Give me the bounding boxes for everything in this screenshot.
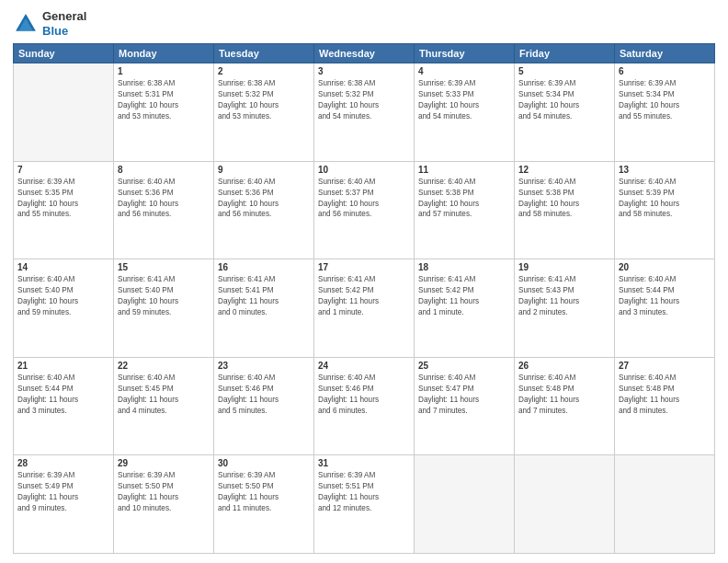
day-header-sunday: Sunday — [14, 44, 114, 63]
cell-date: 20 — [619, 262, 711, 272]
cell-info: Sunrise: 6:41 AM Sunset: 5:41 PM Dayligh… — [218, 274, 310, 318]
week-row-5: 28Sunrise: 6:39 AM Sunset: 5:49 PM Dayli… — [14, 455, 715, 554]
day-header-tuesday: Tuesday — [214, 44, 314, 63]
calendar-cell: 13Sunrise: 6:40 AM Sunset: 5:39 PM Dayli… — [615, 161, 715, 259]
cell-info: Sunrise: 6:40 AM Sunset: 5:44 PM Dayligh… — [619, 274, 711, 318]
header-row: SundayMondayTuesdayWednesdayThursdayFrid… — [14, 44, 715, 63]
cell-date: 17 — [318, 262, 410, 272]
logo-line2: Blue — [42, 24, 86, 39]
calendar-cell — [14, 63, 114, 162]
logo-text: General Blue — [42, 9, 86, 38]
cell-info: Sunrise: 6:39 AM Sunset: 5:34 PM Dayligh… — [518, 78, 610, 122]
cell-info: Sunrise: 6:39 AM Sunset: 5:33 PM Dayligh… — [418, 78, 510, 122]
week-row-3: 14Sunrise: 6:40 AM Sunset: 5:40 PM Dayli… — [14, 259, 715, 358]
cell-date: 21 — [17, 361, 109, 371]
cell-info: Sunrise: 6:40 AM Sunset: 5:36 PM Dayligh… — [218, 177, 310, 221]
cell-info: Sunrise: 6:39 AM Sunset: 5:51 PM Dayligh… — [318, 470, 410, 514]
cell-info: Sunrise: 6:39 AM Sunset: 5:49 PM Dayligh… — [17, 470, 109, 514]
week-row-4: 21Sunrise: 6:40 AM Sunset: 5:44 PM Dayli… — [14, 357, 715, 455]
cell-date: 9 — [218, 165, 310, 175]
cell-info: Sunrise: 6:40 AM Sunset: 5:47 PM Dayligh… — [418, 373, 510, 417]
cell-date: 4 — [418, 66, 510, 76]
cell-date: 15 — [118, 262, 210, 272]
cell-date: 16 — [218, 262, 310, 272]
calendar-cell: 20Sunrise: 6:40 AM Sunset: 5:44 PM Dayli… — [615, 259, 715, 358]
calendar-cell — [615, 455, 715, 554]
cell-date: 27 — [619, 361, 711, 371]
logo-icon — [13, 11, 39, 37]
calendar-cell — [515, 455, 615, 554]
logo: General Blue — [13, 9, 86, 38]
cell-info: Sunrise: 6:40 AM Sunset: 5:48 PM Dayligh… — [619, 373, 711, 417]
calendar-cell: 5Sunrise: 6:39 AM Sunset: 5:34 PM Daylig… — [515, 63, 615, 162]
cell-date: 22 — [118, 361, 210, 371]
cell-info: Sunrise: 6:40 AM Sunset: 5:40 PM Dayligh… — [17, 274, 109, 318]
day-header-thursday: Thursday — [415, 44, 515, 63]
header: General Blue — [13, 9, 715, 38]
cell-info: Sunrise: 6:40 AM Sunset: 5:46 PM Dayligh… — [318, 373, 410, 417]
cell-info: Sunrise: 6:41 AM Sunset: 5:42 PM Dayligh… — [318, 274, 410, 318]
cell-date: 19 — [518, 262, 610, 272]
calendar-cell: 31Sunrise: 6:39 AM Sunset: 5:51 PM Dayli… — [314, 455, 415, 554]
cell-info: Sunrise: 6:39 AM Sunset: 5:50 PM Dayligh… — [118, 470, 210, 514]
calendar-cell: 28Sunrise: 6:39 AM Sunset: 5:49 PM Dayli… — [14, 455, 114, 554]
calendar: SundayMondayTuesdayWednesdayThursdayFrid… — [13, 43, 715, 554]
cell-date: 29 — [118, 458, 210, 468]
cell-date: 12 — [518, 165, 610, 175]
cell-info: Sunrise: 6:40 AM Sunset: 5:46 PM Dayligh… — [218, 373, 310, 417]
cell-date: 5 — [518, 66, 610, 76]
cell-date: 6 — [619, 66, 711, 76]
calendar-cell: 19Sunrise: 6:41 AM Sunset: 5:43 PM Dayli… — [515, 259, 615, 358]
calendar-cell: 17Sunrise: 6:41 AM Sunset: 5:42 PM Dayli… — [314, 259, 415, 358]
page: General Blue SundayMondayTuesdayWednesda… — [0, 0, 728, 563]
logo-line1: General — [42, 9, 86, 24]
calendar-cell: 15Sunrise: 6:41 AM Sunset: 5:40 PM Dayli… — [114, 259, 214, 358]
cell-info: Sunrise: 6:40 AM Sunset: 5:38 PM Dayligh… — [418, 177, 510, 221]
calendar-cell: 21Sunrise: 6:40 AM Sunset: 5:44 PM Dayli… — [14, 357, 114, 455]
cell-date: 31 — [318, 458, 410, 468]
day-header-monday: Monday — [114, 44, 214, 63]
cell-date: 7 — [17, 165, 109, 175]
calendar-table: SundayMondayTuesdayWednesdayThursdayFrid… — [13, 43, 715, 554]
cell-info: Sunrise: 6:40 AM Sunset: 5:37 PM Dayligh… — [318, 177, 410, 221]
calendar-cell: 1Sunrise: 6:38 AM Sunset: 5:31 PM Daylig… — [114, 63, 214, 162]
cell-date: 30 — [218, 458, 310, 468]
calendar-cell: 2Sunrise: 6:38 AM Sunset: 5:32 PM Daylig… — [214, 63, 314, 162]
calendar-cell: 6Sunrise: 6:39 AM Sunset: 5:34 PM Daylig… — [615, 63, 715, 162]
cell-date: 1 — [118, 66, 210, 76]
calendar-cell: 25Sunrise: 6:40 AM Sunset: 5:47 PM Dayli… — [415, 357, 515, 455]
cell-info: Sunrise: 6:40 AM Sunset: 5:44 PM Dayligh… — [17, 373, 109, 417]
cell-date: 10 — [318, 165, 410, 175]
cell-date: 8 — [118, 165, 210, 175]
cell-info: Sunrise: 6:41 AM Sunset: 5:42 PM Dayligh… — [418, 274, 510, 318]
calendar-cell: 26Sunrise: 6:40 AM Sunset: 5:48 PM Dayli… — [515, 357, 615, 455]
calendar-cell: 27Sunrise: 6:40 AM Sunset: 5:48 PM Dayli… — [615, 357, 715, 455]
cell-info: Sunrise: 6:38 AM Sunset: 5:32 PM Dayligh… — [218, 78, 310, 122]
calendar-cell: 18Sunrise: 6:41 AM Sunset: 5:42 PM Dayli… — [415, 259, 515, 358]
week-row-1: 1Sunrise: 6:38 AM Sunset: 5:31 PM Daylig… — [14, 63, 715, 162]
cell-date: 24 — [318, 361, 410, 371]
day-header-wednesday: Wednesday — [314, 44, 415, 63]
cell-info: Sunrise: 6:38 AM Sunset: 5:31 PM Dayligh… — [118, 78, 210, 122]
cell-info: Sunrise: 6:40 AM Sunset: 5:45 PM Dayligh… — [118, 373, 210, 417]
calendar-cell: 3Sunrise: 6:38 AM Sunset: 5:32 PM Daylig… — [314, 63, 415, 162]
calendar-cell — [415, 455, 515, 554]
cell-date: 23 — [218, 361, 310, 371]
day-header-friday: Friday — [515, 44, 615, 63]
calendar-cell: 16Sunrise: 6:41 AM Sunset: 5:41 PM Dayli… — [214, 259, 314, 358]
cell-date: 2 — [218, 66, 310, 76]
cell-info: Sunrise: 6:39 AM Sunset: 5:35 PM Dayligh… — [17, 177, 109, 221]
cell-date: 28 — [17, 458, 109, 468]
cell-info: Sunrise: 6:41 AM Sunset: 5:43 PM Dayligh… — [518, 274, 610, 318]
calendar-cell: 11Sunrise: 6:40 AM Sunset: 5:38 PM Dayli… — [415, 161, 515, 259]
calendar-cell: 12Sunrise: 6:40 AM Sunset: 5:38 PM Dayli… — [515, 161, 615, 259]
calendar-cell: 30Sunrise: 6:39 AM Sunset: 5:50 PM Dayli… — [214, 455, 314, 554]
calendar-cell: 8Sunrise: 6:40 AM Sunset: 5:36 PM Daylig… — [114, 161, 214, 259]
cell-info: Sunrise: 6:38 AM Sunset: 5:32 PM Dayligh… — [318, 78, 410, 122]
cell-info: Sunrise: 6:40 AM Sunset: 5:39 PM Dayligh… — [619, 177, 711, 221]
cell-date: 14 — [17, 262, 109, 272]
cell-date: 25 — [418, 361, 510, 371]
calendar-cell: 23Sunrise: 6:40 AM Sunset: 5:46 PM Dayli… — [214, 357, 314, 455]
cell-date: 11 — [418, 165, 510, 175]
cell-date: 26 — [518, 361, 610, 371]
